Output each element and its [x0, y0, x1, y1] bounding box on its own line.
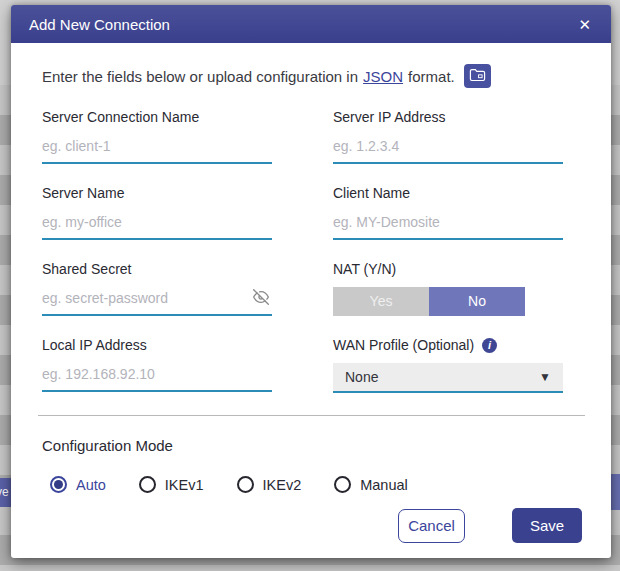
radio-ikev2[interactable]: IKEv2: [237, 476, 302, 493]
radio-ikev2-label: IKEv2: [263, 477, 302, 493]
configuration-mode-options: Auto IKEv1 IKEv2 Manual: [50, 476, 582, 493]
field-server-connection-name: Server Connection Name: [42, 109, 272, 164]
field-client-name: Client Name: [333, 185, 563, 240]
section-divider: [38, 415, 585, 416]
field-server-name: Server Name: [42, 185, 272, 240]
background-button-fragment-right: [611, 474, 620, 510]
save-button[interactable]: Save: [512, 508, 582, 543]
wan-profile-dropdown[interactable]: None ▼: [333, 363, 563, 393]
server-name-input[interactable]: [42, 210, 272, 240]
radio-manual-label: Manual: [360, 477, 408, 493]
dialog-title: Add New Connection: [29, 16, 170, 33]
field-local-ip-address: Local IP Address: [42, 337, 272, 393]
server-name-label: Server Name: [42, 185, 272, 201]
chevron-down-icon: ▼: [539, 370, 551, 384]
field-wan-profile: WAN Profile (Optional) i None ▼: [333, 337, 563, 393]
local-ip-address-label: Local IP Address: [42, 337, 272, 353]
radio-auto[interactable]: Auto: [50, 476, 106, 493]
server-ip-address-input[interactable]: [333, 134, 563, 164]
nat-toggle: Yes No: [333, 287, 525, 316]
info-icon[interactable]: i: [482, 338, 497, 353]
radio-ikev1-label: IKEv1: [165, 477, 204, 493]
radio-selected-icon: [50, 476, 67, 493]
configuration-mode-title: Configuration Mode: [42, 437, 582, 454]
wan-profile-label-row: WAN Profile (Optional) i: [333, 337, 563, 353]
intro-text-after: format.: [408, 68, 455, 85]
form-grid: Server Connection Name Server IP Address…: [42, 109, 582, 393]
nat-toggle-no[interactable]: No: [429, 287, 525, 316]
radio-unselected-icon: [139, 476, 156, 493]
close-icon[interactable]: ✕: [578, 17, 591, 32]
intro-text: Enter the fields below or upload configu…: [42, 68, 358, 85]
upload-json-button[interactable]: [464, 64, 491, 88]
field-server-ip-address: Server IP Address: [333, 109, 563, 164]
client-name-label: Client Name: [333, 185, 563, 201]
background-button-fragment: ve: [0, 478, 11, 507]
wan-profile-selected-value: None: [345, 369, 378, 385]
radio-unselected-icon: [237, 476, 254, 493]
server-connection-name-input[interactable]: [42, 134, 272, 164]
dialog-footer-buttons: Cancel Save: [398, 508, 582, 543]
client-name-input[interactable]: [333, 210, 563, 240]
shared-secret-input-wrap: [42, 286, 272, 316]
intro-line: Enter the fields below or upload configu…: [42, 64, 582, 88]
shared-secret-label: Shared Secret: [42, 261, 272, 277]
shared-secret-input[interactable]: [42, 286, 272, 316]
radio-unselected-icon: [334, 476, 351, 493]
radio-manual[interactable]: Manual: [334, 476, 408, 493]
dialog-body: Enter the fields below or upload configu…: [11, 43, 611, 493]
wan-profile-label: WAN Profile (Optional): [333, 337, 474, 353]
field-nat: NAT (Y/N) Yes No: [333, 261, 563, 316]
dialog-header: Add New Connection ✕: [11, 5, 611, 43]
server-ip-address-label: Server IP Address: [333, 109, 563, 125]
local-ip-address-input[interactable]: [42, 362, 272, 392]
nat-label: NAT (Y/N): [333, 261, 563, 277]
toggle-password-visibility-button[interactable]: [250, 289, 272, 306]
folder-upload-icon: [469, 67, 486, 85]
json-link[interactable]: JSON: [363, 68, 403, 85]
server-connection-name-label: Server Connection Name: [42, 109, 272, 125]
eye-off-icon: [251, 293, 271, 308]
field-shared-secret: Shared Secret: [42, 261, 272, 316]
radio-ikev1[interactable]: IKEv1: [139, 476, 204, 493]
cancel-button[interactable]: Cancel: [398, 509, 465, 543]
radio-auto-label: Auto: [76, 477, 106, 493]
add-new-connection-dialog: Add New Connection ✕ Enter the fields be…: [11, 5, 611, 558]
nat-toggle-yes[interactable]: Yes: [333, 287, 429, 316]
